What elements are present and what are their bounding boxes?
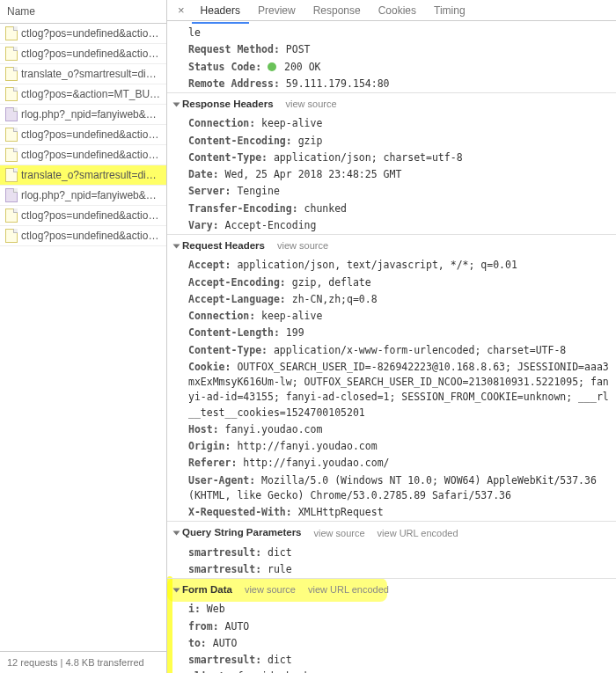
close-icon[interactable]: ×: [171, 0, 192, 20]
request-item[interactable]: ctlog?pos=undefined&action...: [0, 125, 166, 145]
header-row: Cookie: OUTFOX_SEARCH_USER_ID=-826942223…: [167, 359, 616, 421]
details-tabs: × HeadersPreviewResponseCookiesTiming: [167, 0, 616, 21]
header-key: Connection:: [188, 310, 261, 322]
section-query-string[interactable]: Query String Parameters view source view…: [167, 521, 616, 544]
tab-response[interactable]: Response: [304, 0, 370, 22]
chevron-down-icon: [173, 588, 180, 592]
header-key: Connection:: [188, 117, 261, 129]
view-source-link[interactable]: view source: [314, 526, 365, 541]
file-icon: [5, 188, 18, 202]
header-key: to:: [188, 637, 213, 649]
header-row: Origin: http://fanyi.youdao.com: [167, 438, 616, 455]
request-item[interactable]: ctlog?pos=undefined&action...: [0, 44, 166, 64]
header-row: Referer: http://fanyi.youdao.com/: [167, 455, 616, 472]
request-item[interactable]: rlog.php?_npid=fanyiweb&_nc...: [0, 105, 166, 125]
header-key: Accept:: [188, 259, 237, 271]
header-key: Server:: [188, 185, 237, 197]
request-item[interactable]: ctlog?pos=undefined&action...: [0, 226, 166, 246]
header-row: User-Agent: Mozilla/5.0 (Windows NT 10.0…: [167, 472, 616, 505]
header-value: Wed, 25 Apr 2018 23:48:25 GMT: [225, 168, 402, 180]
header-row: client: fanyideskweb: [167, 669, 616, 673]
view-source-link[interactable]: view source: [286, 97, 337, 112]
request-name: ctlog?pos=undefined&action...: [21, 230, 161, 242]
network-sidebar: Name ctlog?pos=undefined&action...ctlog?…: [0, 0, 167, 673]
details-panel: × HeadersPreviewResponseCookiesTiming le…: [167, 0, 616, 673]
request-name: rlog.php?_npid=fanyiweb&_nc...: [21, 189, 161, 201]
header-row: Server: Tengine: [167, 183, 616, 200]
header-key: Cookie:: [188, 361, 237, 373]
request-name: translate_o?smartresult=dict...: [21, 68, 161, 80]
request-item[interactable]: ctlog?pos=undefined&action...: [0, 24, 166, 44]
header-key: smartresult:: [188, 546, 268, 559]
view-source-link[interactable]: view source: [245, 582, 296, 597]
request-item[interactable]: rlog.php?_npid=fanyiweb&_nc...: [0, 186, 166, 206]
section-request-headers[interactable]: Request Headers view source: [167, 234, 616, 257]
header-row: smartresult: dict: [167, 545, 616, 561]
header-row: Content-Encoding: gzip: [167, 133, 616, 150]
request-name: ctlog?pos=&action=MT_BUTT...: [21, 88, 161, 100]
header-value: application/x-www-form-urlencoded; chars…: [274, 344, 566, 356]
view-url-encoded-link[interactable]: view URL encoded: [378, 526, 458, 541]
chevron-down-icon: [173, 244, 180, 248]
header-value: AUTO: [213, 637, 238, 649]
tab-timing[interactable]: Timing: [425, 0, 474, 22]
section-form-data[interactable]: Form Data view source view URL encoded: [167, 578, 616, 601]
header-value: gzip, deflate: [292, 276, 371, 289]
header-value: dict: [268, 546, 292, 559]
header-value: fanyi.youdao.com: [225, 423, 323, 435]
request-item[interactable]: ctlog?pos=undefined&action...: [0, 145, 166, 165]
header-value: XMLHttpRequest: [298, 506, 384, 518]
general-remote-address: Remote Address: 59.111.179.154:80: [167, 76, 616, 92]
header-row: Content-Type: application/json; charset=…: [167, 150, 616, 166]
header-key: X-Requested-With:: [188, 506, 298, 518]
file-icon: [5, 208, 18, 223]
general-status-code: Status Code: 200 OK: [167, 59, 616, 76]
header-value: OUTFOX_SEARCH_USER_ID=-826942223@10.168.…: [188, 361, 609, 419]
view-source-link[interactable]: view source: [277, 238, 328, 253]
tab-preview[interactable]: Preview: [249, 0, 304, 22]
request-name: ctlog?pos=undefined&action...: [21, 27, 161, 40]
file-icon: [5, 107, 18, 121]
header-key: smartresult:: [188, 654, 268, 666]
header-key: Referer:: [188, 457, 243, 469]
header-row: Accept: application/json, text/javascrip…: [167, 257, 616, 274]
section-response-headers[interactable]: Response Headers view source: [167, 92, 616, 115]
header-key: i:: [188, 603, 207, 615]
request-item[interactable]: translate_o?smartresult=dict...: [0, 64, 166, 84]
file-icon: [5, 67, 18, 81]
header-value: rule: [268, 563, 292, 575]
header-row: smartresult: rule: [167, 561, 616, 578]
header-key: User-Agent:: [188, 474, 261, 486]
file-icon: [5, 229, 18, 243]
sidebar-column-header[interactable]: Name: [0, 0, 166, 24]
header-key: Accept-Language:: [188, 293, 292, 305]
header-value: 199: [286, 326, 304, 339]
file-icon: [5, 168, 18, 182]
request-name: ctlog?pos=undefined&action...: [21, 128, 161, 141]
header-key: smartresult:: [188, 563, 268, 575]
sidebar-status-bar: 12 requests | 4.8 KB transferred: [0, 651, 166, 673]
header-value: gzip: [298, 135, 323, 147]
file-icon: [5, 87, 18, 101]
header-key: Vary:: [188, 219, 225, 231]
tab-cookies[interactable]: Cookies: [370, 0, 425, 22]
file-icon: [5, 47, 18, 61]
header-value: Web: [207, 603, 225, 615]
chevron-down-icon: [173, 530, 180, 535]
header-value: dict: [268, 654, 292, 666]
header-row: to: AUTO: [167, 635, 616, 652]
header-value: zh-CN,zh;q=0.8: [292, 293, 378, 305]
header-row: Content-Type: application/x-www-form-url…: [167, 342, 616, 359]
request-item[interactable]: translate_o?smartresult=dict&...: [0, 165, 166, 186]
header-key: from:: [188, 620, 225, 633]
request-item[interactable]: ctlog?pos=&action=MT_BUTT...: [0, 84, 166, 105]
header-value: keep-alive: [261, 117, 322, 129]
request-item[interactable]: ctlog?pos=undefined&action...: [0, 206, 166, 226]
tab-headers[interactable]: Headers: [192, 0, 249, 24]
header-row: Transfer-Encoding: chunked: [167, 201, 616, 217]
general-request-url-tail: le: [167, 25, 616, 41]
view-url-encoded-link[interactable]: view URL encoded: [308, 582, 389, 597]
request-name: rlog.php?_npid=fanyiweb&_nc...: [21, 108, 161, 121]
header-value: keep-alive: [261, 310, 322, 322]
header-row: Content-Length: 199: [167, 325, 616, 341]
